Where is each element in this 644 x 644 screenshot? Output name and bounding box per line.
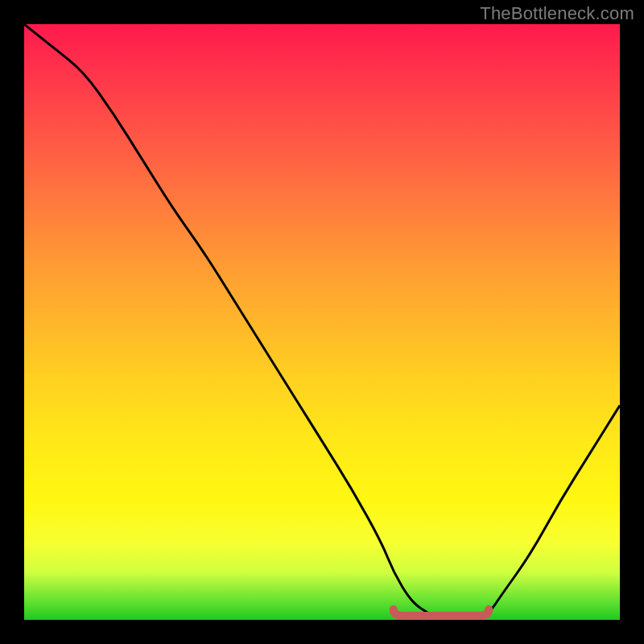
watermark-text: TheBottleneck.com: [480, 3, 634, 24]
bottleneck-curve: [24, 24, 620, 620]
minimum-marker: [394, 609, 489, 616]
chart-frame: TheBottleneck.com: [0, 0, 644, 644]
curve-path: [24, 24, 620, 620]
plot-area: [24, 24, 620, 620]
